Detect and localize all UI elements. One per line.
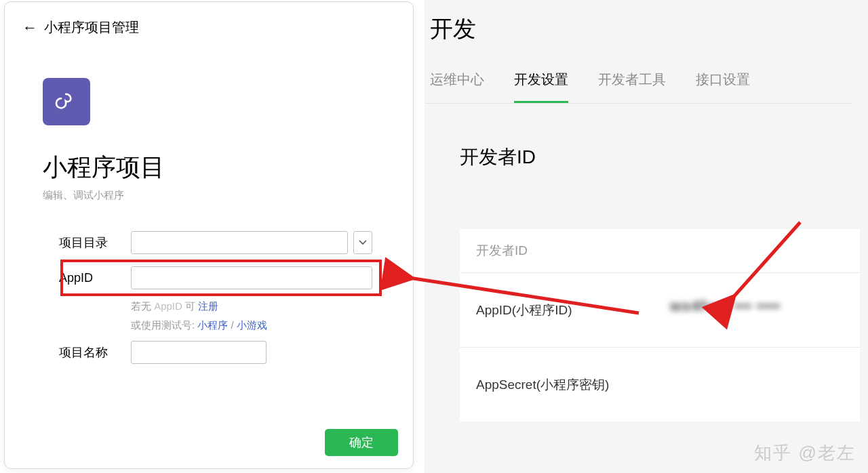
- row-app-id: AppID: [59, 266, 372, 289]
- minigame-link[interactable]: 小游戏: [237, 319, 267, 331]
- table-cell-appsecret-label: AppSecret(小程序密钥): [476, 376, 609, 394]
- label-project-dir: 项目目录: [59, 234, 131, 251]
- left-panel: ← 小程序项目管理 小程序项目 编辑、调试小程序 项目目录 AppID 若无 A…: [4, 1, 414, 469]
- miniprogram-logo-icon: [43, 78, 90, 125]
- tab-dev-tools[interactable]: 开发者工具: [598, 70, 666, 103]
- register-link[interactable]: 注册: [198, 300, 218, 312]
- miniprogram-link[interactable]: 小程序: [197, 319, 228, 331]
- developer-id-section-title: 开发者ID: [425, 104, 868, 170]
- tab-interface-settings[interactable]: 接口设置: [696, 70, 750, 103]
- row-project-name: 项目名称: [59, 341, 267, 364]
- left-header: ← 小程序项目管理: [5, 2, 413, 37]
- hint-test-account: 或使用测试号: 小程序 / 小游戏: [131, 319, 267, 332]
- hint-no-appid: 若无 AppID 可 注册: [131, 300, 218, 313]
- section-title: 小程序项目: [43, 151, 165, 184]
- label-project-name: 项目名称: [59, 344, 131, 361]
- table-cell-appid-label: AppID(小程序ID): [476, 302, 572, 319]
- tabs: 运维中心 开发设置 开发者工具 接口设置: [425, 45, 852, 104]
- left-header-title: 小程序项目管理: [44, 18, 139, 37]
- table-row-appid: AppID(小程序ID) wx4f•••• ••• ••••: [460, 272, 860, 347]
- right-panel: 开发 运维中心 开发设置 开发者工具 接口设置 开发者ID 开发者ID AppI…: [425, 0, 868, 473]
- app-id-input[interactable]: [131, 266, 372, 289]
- project-name-input[interactable]: [131, 341, 267, 364]
- confirm-button[interactable]: 确定: [325, 429, 398, 456]
- label-app-id: AppID: [59, 271, 131, 285]
- project-dir-dropdown-button[interactable]: [353, 231, 372, 254]
- tab-dev-settings[interactable]: 开发设置: [514, 70, 568, 103]
- watermark: 知乎 @老左: [754, 441, 856, 465]
- table-row-appsecret: AppSecret(小程序密钥): [460, 347, 860, 421]
- developer-id-table-header: 开发者ID: [460, 229, 860, 272]
- row-project-dir: 项目目录: [59, 231, 372, 254]
- chevron-down-icon: [359, 239, 367, 247]
- project-dir-input[interactable]: [131, 231, 348, 254]
- section-subtitle: 编辑、调试小程序: [43, 189, 124, 202]
- right-panel-title: 开发: [425, 0, 868, 45]
- back-arrow-icon[interactable]: ←: [22, 20, 37, 35]
- tab-ops-center[interactable]: 运维中心: [430, 70, 484, 103]
- table-cell-appid-value: wx4f•••• ••• ••••: [670, 297, 840, 322]
